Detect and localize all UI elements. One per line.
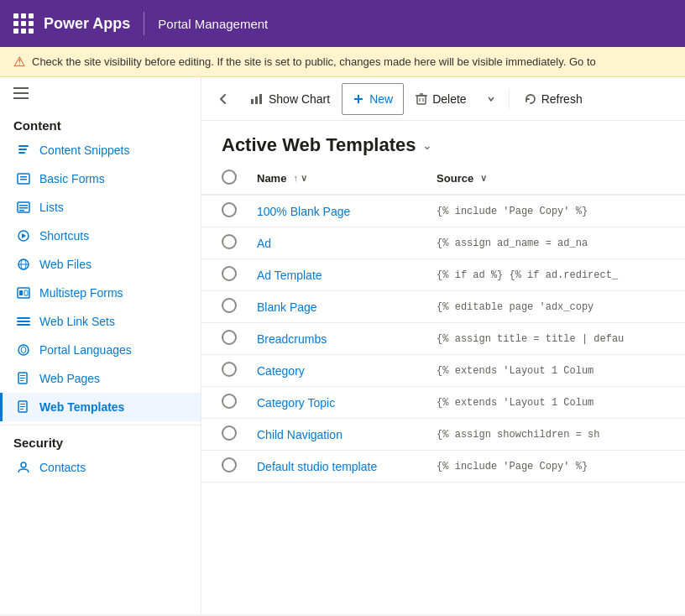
row-radio-cell[interactable] [201, 291, 243, 323]
row-name-cell[interactable]: Child Navigation [243, 419, 423, 451]
svg-rect-11 [19, 207, 28, 209]
content-section-title: Content [0, 112, 201, 136]
plus-icon [353, 93, 364, 105]
source-sort-icon: ∨ [480, 173, 487, 184]
delete-dropdown-button[interactable] [478, 84, 504, 114]
row-name-cell[interactable]: Ad Template [243, 259, 423, 291]
table-header: Active Web Templates ⌄ [201, 121, 685, 163]
table-row: Breadcrumbs {% assign title = title | de… [201, 323, 685, 355]
row-radio-cell[interactable] [201, 419, 243, 451]
sidebar-item-web-link-sets[interactable]: Web Link Sets [0, 307, 201, 336]
table-row: Category Topic {% extends 'Layout 1 Colu… [201, 387, 685, 419]
row-source-cell: {% if ad %} {% if ad.redirect_ [423, 259, 685, 291]
svg-rect-2 [13, 97, 29, 99]
sidebar-item-lists[interactable]: Lists [0, 193, 201, 222]
source-column-header[interactable]: Source ∨ [423, 163, 685, 195]
row-radio-cell[interactable] [201, 355, 243, 387]
sidebar-item-basic-forms[interactable]: Basic Forms [0, 164, 201, 193]
row-radio[interactable] [222, 202, 237, 217]
app-name: Power Apps [44, 15, 130, 33]
back-button[interactable] [208, 84, 238, 114]
svg-rect-30 [20, 406, 25, 407]
row-radio-cell[interactable] [201, 387, 243, 419]
show-chart-label: Show Chart [269, 92, 330, 106]
row-name-cell[interactable]: Category Topic [243, 387, 423, 419]
header-radio[interactable] [222, 170, 237, 185]
sidebar-item-shortcuts[interactable]: Shortcuts [0, 222, 201, 250]
row-radio-cell[interactable] [201, 195, 243, 227]
row-radio[interactable] [222, 234, 237, 249]
svg-rect-22 [17, 324, 30, 326]
toolbar: Show Chart New Delete [201, 77, 685, 121]
row-radio[interactable] [222, 394, 237, 409]
web-files-icon [16, 257, 31, 272]
sidebar-item-web-files[interactable]: Web Files [0, 250, 201, 279]
row-name-cell[interactable]: Category [243, 355, 423, 387]
sidebar: Content Content Snippets Basic Forms Lis… [0, 77, 201, 614]
row-name-cell[interactable]: 100% Blank Page [243, 195, 423, 227]
svg-rect-21 [17, 321, 30, 322]
row-name-cell[interactable]: Blank Page [243, 291, 423, 323]
checkbox-column-header [201, 163, 243, 195]
row-name-cell[interactable]: Ad [243, 227, 423, 259]
app-grid-icon[interactable] [13, 13, 34, 34]
sidebar-item-label: Shortcuts [39, 229, 89, 243]
row-radio-cell[interactable] [201, 323, 243, 355]
multistep-forms-icon [16, 285, 31, 300]
row-radio[interactable] [222, 362, 237, 377]
show-chart-button[interactable]: Show Chart [240, 83, 340, 115]
delete-icon [416, 93, 427, 105]
sidebar-item-label: Web Pages [39, 372, 100, 385]
table-row: Category {% extends 'Layout 1 Colum [201, 355, 685, 387]
row-source-cell: {% extends 'Layout 1 Colum [423, 387, 685, 419]
sidebar-item-contacts[interactable]: Contacts [0, 453, 201, 482]
name-column-header[interactable]: Name ↑ ∨ [243, 163, 423, 195]
lists-icon [16, 200, 31, 215]
sidebar-item-multistep-forms[interactable]: Multistep Forms [0, 279, 201, 307]
row-source-cell: {% assign showchildren = sh [423, 419, 685, 451]
sidebar-item-portal-languages[interactable]: Portal Languages [0, 336, 201, 364]
sidebar-item-web-pages[interactable]: Web Pages [0, 364, 201, 393]
sidebar-item-label: Lists [39, 201, 64, 214]
row-radio[interactable] [222, 457, 237, 472]
table-row: Default studio template {% include 'Page… [201, 451, 685, 483]
row-radio-cell[interactable] [201, 259, 243, 291]
new-button[interactable]: New [342, 83, 404, 115]
row-radio[interactable] [222, 425, 237, 441]
svg-rect-35 [259, 94, 262, 104]
refresh-icon [525, 93, 536, 105]
svg-rect-34 [255, 97, 258, 104]
chart-icon [250, 92, 264, 106]
row-name-cell[interactable]: Breadcrumbs [243, 323, 423, 355]
sidebar-item-web-templates[interactable]: Web Templates [0, 393, 201, 421]
title-dropdown-icon[interactable]: ⌄ [422, 138, 432, 152]
table-area: Active Web Templates ⌄ Name ↑ ∨ [201, 121, 685, 614]
svg-rect-29 [20, 404, 25, 405]
warning-bar: ⚠ Check the site visibility before editi… [0, 47, 685, 77]
row-source-cell: {% include 'Page Copy' %} [423, 451, 685, 483]
row-name-cell[interactable]: Default studio template [243, 451, 423, 483]
row-radio[interactable] [222, 266, 237, 281]
row-radio[interactable] [222, 330, 237, 345]
hamburger-button[interactable] [0, 77, 201, 112]
delete-button[interactable]: Delete [405, 83, 476, 115]
svg-point-32 [21, 462, 26, 467]
content-area: Show Chart New Delete [201, 77, 685, 614]
top-bar-divider [144, 12, 144, 35]
sidebar-item-content-snippets[interactable]: Content Snippets [0, 136, 201, 164]
svg-rect-27 [20, 380, 24, 381]
row-source-cell: {% editable page 'adx_copy [423, 291, 685, 323]
sidebar-item-label: Basic Forms [39, 172, 105, 185]
top-bar: Power Apps Portal Management [0, 0, 685, 47]
sidebar-item-label: Web Templates [39, 400, 124, 414]
sidebar-item-label: Content Snippets [39, 144, 129, 157]
refresh-label: Refresh [541, 92, 583, 106]
svg-rect-4 [18, 149, 27, 150]
svg-rect-33 [251, 99, 254, 104]
refresh-button[interactable]: Refresh [515, 83, 593, 115]
sidebar-item-label: Portal Languages [39, 343, 132, 357]
row-radio-cell[interactable] [201, 227, 243, 259]
row-radio-cell[interactable] [201, 451, 243, 483]
row-radio[interactable] [222, 298, 237, 313]
security-section-title: Security [0, 425, 201, 453]
